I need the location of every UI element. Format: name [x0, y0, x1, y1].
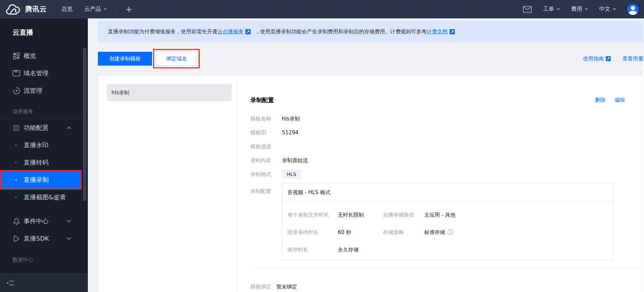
- bind-domain-button[interactable]: 绑定域名: [156, 52, 197, 66]
- delete-link[interactable]: 删除: [595, 97, 605, 103]
- chevron-down-icon: [67, 220, 71, 223]
- avatar-head-icon: [631, 6, 635, 10]
- menu-billing[interactable]: 费用: [571, 6, 588, 13]
- sidebar-footer: [0, 273, 88, 292]
- field-row-template-name: 模板名称 hls录制: [250, 112, 628, 126]
- billing-doc-link[interactable]: 计费文档: [427, 28, 448, 35]
- template-list-panel: hls录制: [98, 76, 237, 292]
- field-row-template-desc: 模板描述: [250, 140, 628, 153]
- field-row-template-id: 模板ID 51294: [250, 126, 628, 140]
- sidebar-item-event-center[interactable]: 事件中心: [0, 212, 88, 230]
- sidebar-item-live-transcode[interactable]: 直播转码: [0, 154, 82, 171]
- field-row-template-binding: 模板绑定 暂未绑定: [250, 280, 297, 292]
- topbar: 腾讯云 总览 云产品 + 工单 费用 中文: [0, 0, 644, 18]
- avatar-body-icon: [629, 11, 637, 15]
- caret-down-icon: [557, 8, 560, 10]
- external-link-icon: [605, 56, 611, 61]
- field-row-record-content: 录制内容 录制原始流: [250, 153, 628, 167]
- domain-w-icon: W.: [12, 69, 20, 77]
- main-content: 直播录制功能为付费增值服务，使用前需先开通云点播服务，使用直播录制功能会产生录制…: [88, 18, 644, 292]
- record-template-card: hls录制 录制配置 删除 编辑 模板名称 hls录制 模板ID 51294 模…: [98, 76, 642, 292]
- sidebar-item-live-record[interactable]: 直播录制: [0, 171, 82, 189]
- sidebar-item-feature-config[interactable]: 功能配置: [0, 119, 88, 136]
- usage-guide-link[interactable]: 使用指南: [583, 56, 613, 62]
- mail-icon[interactable]: [523, 6, 532, 13]
- page-scrollbar[interactable]: [642, 66, 644, 292]
- sidebar-scrollbar-thumb[interactable]: [83, 48, 86, 201]
- bullet-icon: [15, 179, 17, 181]
- bullet-icon: [15, 162, 17, 163]
- sidebar-item-domain-management[interactable]: W. 域名管理: [0, 65, 88, 82]
- detail-title: 录制配置: [250, 96, 274, 104]
- create-record-template-button[interactable]: 创建录制模板: [98, 52, 152, 66]
- config-row-1: 单个录制文件时长 无时长限制 点播存储路径 主应用 - 其他: [287, 206, 613, 224]
- edit-link[interactable]: 编辑: [614, 97, 625, 103]
- product-title: 云直播: [0, 18, 88, 38]
- tencent-cloud-logo-icon[interactable]: [6, 4, 20, 15]
- sidebar: 云直播 概览 W. 域名管理: [0, 18, 88, 292]
- config-row-3: 保存时长 永久存储: [287, 241, 613, 258]
- field-row-record-format: 录制格式 HLS: [250, 167, 628, 181]
- collapse-sidebar-button[interactable]: [6, 280, 15, 286]
- info-icon[interactable]: i: [448, 230, 453, 235]
- view-usage-link[interactable]: 查看用量: [622, 56, 643, 62]
- config-row-2: 续录等待时长 60 秒 存储策略 标准存储 i: [287, 224, 613, 241]
- field-row-record-config: 录制配置 音视频 - HLS 格式 单个录制文件时长 无时长限制 点播存储路径 …: [250, 183, 613, 260]
- format-tag: HLS: [282, 170, 301, 179]
- chevron-down-icon: [67, 237, 71, 240]
- topbar-divider: [116, 5, 116, 14]
- external-link-icon: [245, 29, 251, 35]
- template-detail-panel: 录制配置 删除 编辑 模板名称 hls录制 模板ID 51294 模板描述: [237, 76, 642, 292]
- banner-text: ，使用直播录制功能会产生录制费用和录制后的存储费用。计费规则可参考: [255, 28, 427, 35]
- play-circle-icon: [12, 87, 20, 94]
- sidebar-item-stream-management[interactable]: 流管理: [0, 82, 88, 99]
- user-avatar[interactable]: [627, 4, 638, 15]
- config-box-header: 音视频 - HLS 格式: [282, 183, 613, 202]
- template-list-item[interactable]: hls录制: [107, 84, 232, 101]
- sidebar-section-data-center: 数据中心: [0, 257, 88, 264]
- detail-fields: 模板名称 hls录制 模板ID 51294 模板描述 录制内容 录制原始流 录制…: [250, 112, 628, 181]
- notice-banner: 直播录制功能为付费增值服务，使用前需先开通云点播服务，使用直播录制功能会产生录制…: [98, 21, 643, 42]
- sidebar-item-live-watermark[interactable]: 直播水印: [0, 136, 82, 154]
- nav-overview[interactable]: 总览: [61, 6, 73, 13]
- bullet-icon: [15, 144, 17, 146]
- sidebar-item-live-screenshot[interactable]: 直播截图&鉴黄: [0, 189, 82, 206]
- caret-down-icon: [585, 8, 588, 10]
- caret-down-icon: [103, 8, 107, 10]
- banner-text: 直播录制功能为付费增值服务，使用前需先开通: [108, 28, 217, 35]
- record-config-box: 音视频 - HLS 格式 单个录制文件时长 无时长限制 点播存储路径 主应用 -…: [282, 183, 613, 260]
- vod-service-link[interactable]: 云点播服务: [217, 28, 243, 35]
- nav-cloud-products[interactable]: 云产品: [84, 6, 107, 13]
- caret-down-icon: [613, 8, 616, 10]
- sidebar-item-overview[interactable]: 概览: [0, 47, 88, 65]
- grid-icon: [12, 52, 20, 60]
- external-link-icon: [449, 29, 455, 35]
- add-tab-button[interactable]: +: [125, 5, 132, 14]
- brand-title[interactable]: 腾讯云: [25, 5, 47, 14]
- sidebar-item-live-sdk[interactable]: 直播SDK: [0, 230, 88, 247]
- play-outline-icon: [12, 235, 20, 242]
- sliders-icon: [12, 124, 20, 132]
- menu-language[interactable]: 中文: [599, 6, 616, 13]
- bell-icon: [12, 217, 20, 225]
- menu-ticket[interactable]: 工单: [543, 6, 560, 13]
- sidebar-section-scene-services: 场景服务: [0, 108, 88, 115]
- bullet-icon: [15, 197, 17, 198]
- detail-divider: [250, 269, 642, 269]
- chevron-up-icon: [67, 126, 71, 129]
